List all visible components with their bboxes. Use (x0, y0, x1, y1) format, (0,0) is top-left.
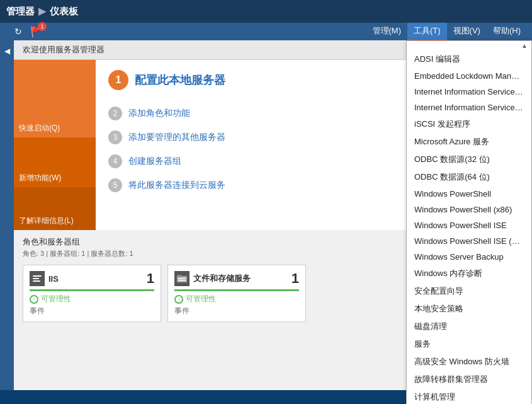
dropdown-scroll-top: ▲ (407, 41, 531, 50)
sidebar-collapse-arrow[interactable]: ◀ (4, 47, 10, 55)
sidebar: ◀ (0, 40, 14, 404)
files-status: 可管理性 (174, 294, 299, 304)
step1-title[interactable]: 配置此本地服务器 (135, 72, 225, 88)
dropdown-items-container: ADSI 编辑器Embedded Lockdown ManageInternet… (407, 50, 531, 404)
step1-circle: 1 (108, 70, 128, 90)
files-status-text: 可管理性 (186, 294, 216, 304)
learn-more-panel[interactable]: 了解详细信息(L) (14, 187, 96, 230)
tools-dropdown: ▲ ADSI 编辑器Embedded Lockdown ManageIntern… (406, 40, 532, 404)
step2-num: 2 (108, 107, 122, 120)
add-feature-panel[interactable]: 新增功能(W) (14, 137, 96, 187)
svg-rect-6 (177, 275, 182, 277)
dropdown-item-13[interactable]: Windows 内存诊断 (407, 265, 531, 282)
add-feature-label: 新增功能(W) (19, 173, 61, 183)
files-event: 事件 (174, 306, 299, 316)
svg-rect-3 (33, 280, 40, 282)
page-title: 仪表板 (50, 6, 78, 18)
menu-view[interactable]: 视图(V) (447, 23, 487, 40)
role-card-iis-header: IIS 1 (30, 270, 154, 287)
quick-start-panel[interactable]: 快速启动(Q) (14, 60, 96, 137)
dropdown-item-11[interactable]: Windows PowerShell ISE (x86) (407, 233, 531, 249)
step5-num: 5 (108, 178, 122, 192)
iis-green-bar (30, 289, 154, 291)
role-card-iis[interactable]: IIS 1 可管理性 事件 (23, 265, 161, 322)
iis-status-icon (30, 295, 38, 304)
role-card-files[interactable]: 文件和存储服务 1 可管理性 事件 (167, 265, 306, 322)
dropdown-item-16[interactable]: 磁盘清理 (407, 318, 531, 335)
step3-num: 3 (108, 130, 122, 144)
svg-rect-1 (33, 275, 42, 277)
notification-badge: 1 (38, 22, 47, 31)
iis-event: 事件 (30, 306, 154, 316)
step5-link[interactable]: 将此服务器连接到云服务 (128, 180, 225, 191)
dropdown-item-9[interactable]: Windows PowerShell (x86) (407, 202, 531, 217)
breadcrumb-arrow: ▶ (38, 6, 46, 17)
menu-manage[interactable]: 管理(M) (366, 23, 408, 40)
dropdown-item-15[interactable]: 本地安全策略 (407, 300, 531, 318)
svg-rect-8 (178, 280, 186, 281)
left-panels: 快速启动(Q) 新增功能(W) 了解详细信息(L) (14, 60, 96, 230)
svg-rect-2 (33, 278, 39, 279)
dropdown-item-20[interactable]: 计算机管理 (407, 388, 531, 404)
dropdown-item-2[interactable]: Internet Information Services (I (407, 84, 531, 100)
files-status-icon (174, 295, 183, 304)
dropdown-item-8[interactable]: Windows PowerShell (407, 186, 531, 202)
dropdown-item-6[interactable]: ODBC 数据源(32 位) (407, 151, 531, 168)
iis-count: 1 (147, 270, 154, 287)
svg-rect-5 (177, 276, 187, 282)
iis-icon (30, 271, 45, 286)
refresh-button[interactable]: ↻ (11, 25, 25, 38)
files-count: 1 (291, 270, 299, 287)
iis-name: IIS (48, 274, 59, 284)
menu-tools[interactable]: 工具(T) (407, 23, 447, 40)
dropdown-item-7[interactable]: ODBC 数据源(64 位) (407, 168, 531, 186)
dropdown-item-1[interactable]: Embedded Lockdown Manage (407, 68, 531, 84)
dropdown-item-14[interactable]: 安全配置向导 (407, 282, 531, 300)
iis-status-text: 可管理性 (41, 294, 71, 304)
step4-link[interactable]: 创建服务器组 (128, 156, 181, 167)
role-card-files-header: 文件和存储服务 1 (174, 270, 299, 287)
notification-area[interactable]: 🚩 1 (30, 26, 43, 38)
scroll-up-indicator: ▲ (521, 42, 528, 49)
step4-num: 4 (108, 154, 122, 168)
files-green-bar (174, 289, 299, 291)
dropdown-item-4[interactable]: iSCSI 发起程序 (407, 115, 531, 133)
menu-help[interactable]: 帮助(H) (487, 23, 527, 40)
files-icon (174, 271, 190, 286)
menu-bar: ↻ 🚩 1 管理(M) 工具(T) 视图(V) 帮助(H) (0, 23, 532, 40)
iis-status: 可管理性 (30, 294, 154, 304)
menu-icons-area: ↻ 🚩 1 (11, 25, 43, 38)
svg-rect-7 (178, 278, 186, 279)
files-name: 文件和存储服务 (193, 273, 251, 284)
title-bar: 管理器 ▶ 仪表板 (0, 0, 532, 23)
step3-link[interactable]: 添加要管理的其他服务器 (128, 132, 225, 143)
dropdown-item-3[interactable]: Internet Information Services (I (407, 100, 531, 115)
dropdown-item-19[interactable]: 故障转移群集管理器 (407, 371, 531, 388)
welcome-text: 欢迎使用服务器管理器 (23, 45, 105, 54)
learn-more-label: 了解详细信息(L) (19, 216, 74, 226)
dropdown-item-18[interactable]: 高级安全 Windows 防火墙 (407, 353, 531, 371)
dropdown-item-10[interactable]: Windows PowerShell ISE (407, 217, 531, 233)
quick-start-label: 快速启动(Q) (19, 123, 60, 134)
dropdown-item-17[interactable]: 服务 (407, 335, 531, 353)
dropdown-item-0[interactable]: ADSI 编辑器 (407, 50, 531, 68)
dropdown-item-12[interactable]: Windows Server Backup (407, 249, 531, 265)
dropdown-item-5[interactable]: Microsoft Azure 服务 (407, 133, 531, 151)
menu-items: 管理(M) 工具(T) 视图(V) 帮助(H) (366, 23, 528, 40)
breadcrumb: 管理器 (6, 6, 35, 18)
step2-link[interactable]: 添加角色和功能 (128, 108, 190, 119)
